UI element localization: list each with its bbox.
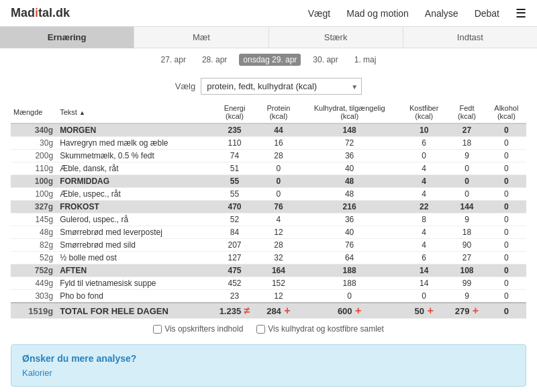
cell-kulhydrat: 216	[298, 201, 401, 213]
date-27apr[interactable]: 27. apr	[157, 54, 190, 66]
date-29apr[interactable]: onsdag 29. apr	[239, 54, 301, 66]
cell-alkohol: 0	[487, 137, 526, 150]
cell-protein: 16	[259, 137, 298, 150]
cell-protein: 4	[259, 213, 298, 226]
date-row: 27. apr 28. apr onsdag 29. apr 30. apr 1…	[0, 48, 537, 71]
cell-text: FROKOST	[57, 201, 210, 213]
cell-energi: 110	[210, 137, 258, 150]
sort-arrow-icon: ▲	[79, 109, 85, 116]
subnav-maet[interactable]: Mæt	[134, 27, 268, 48]
cell-energi: 470	[210, 201, 258, 213]
cell-kostfiber: 14	[401, 277, 447, 290]
cell-protein: 12	[259, 290, 298, 303]
cell-amount: 145g	[11, 213, 57, 226]
checkbox-kulhydrat[interactable]: Vis kulhydrat og kostfibre samlet	[256, 324, 384, 334]
cell-fedt: 9	[447, 290, 486, 303]
cell-kostfiber: 4	[401, 188, 447, 201]
nav-debat[interactable]: Debat	[475, 8, 499, 19]
checkbox-opskrifter[interactable]: Vis opskrifters indhold	[153, 324, 243, 334]
group-row: 752gAFTEN475164188141080	[11, 264, 526, 277]
cell-fedt: 0	[447, 175, 486, 188]
plus-icon: +	[352, 305, 362, 316]
cell-alkohol: 0	[487, 124, 526, 137]
cell-protein: 0	[259, 175, 298, 188]
nav-vaegt[interactable]: Vægt	[308, 8, 330, 19]
cell-energi: 55	[210, 188, 258, 201]
checkbox-row: Vis opskrifters indhold Vis kulhydrat og…	[0, 319, 537, 339]
cell-kulhydrat: 48	[298, 188, 401, 201]
cell-protein: 164	[259, 264, 298, 277]
cell-fedt: 0	[447, 188, 486, 201]
nutrient-selector[interactable]: protein, fedt, kulhydrat (kcal)	[201, 78, 362, 95]
cell-text: Fyld til vietnamesisk suppe	[57, 277, 210, 290]
checkbox-kulhydrat-label: Vis kulhydrat og kostfibre samlet	[268, 324, 384, 334]
col-header-protein: Protein (kcal)	[259, 101, 298, 124]
cell-fedt: 9	[447, 150, 486, 162]
subnav-staerk[interactable]: Stærk	[269, 27, 403, 48]
date-30apr[interactable]: 30. apr	[309, 54, 342, 66]
group-row: 100gFORMIDDAG55048400	[11, 175, 526, 188]
logo-highlight: i	[35, 6, 38, 19]
subnav-ernaering[interactable]: Ernæring	[0, 27, 134, 48]
cell-kulhydrat: 40	[298, 226, 401, 239]
cell-kulhydrat: 72	[298, 137, 401, 150]
cell-alkohol: 0	[487, 290, 526, 303]
cell-fedt: 279 +	[447, 303, 486, 319]
cell-fedt: 99	[447, 277, 486, 290]
table-row: 30gHavregryn med mælk og æble11016726180	[11, 137, 526, 150]
cell-amount: 340g	[11, 124, 57, 137]
bottom-box-link-kalorier[interactable]: Kalorier	[22, 368, 52, 378]
table-row: 100gÆble, uspec., råt55048400	[11, 188, 526, 201]
table-row: 200gSkummetmælk, 0.5 % fedt742836090	[11, 150, 526, 162]
cell-fedt: 18	[447, 226, 486, 239]
cell-alkohol: 0	[487, 150, 526, 162]
cell-amount: 30g	[11, 137, 57, 150]
nav-analyse[interactable]: Analyse	[425, 8, 458, 19]
cell-amount: 200g	[11, 150, 57, 162]
cell-text: Havregryn med mælk og æble	[57, 137, 210, 150]
cell-kostfiber: 4	[401, 226, 447, 239]
nav-mad-og-motion[interactable]: Mad og motion	[346, 8, 409, 19]
cell-fedt: 27	[447, 124, 486, 137]
cell-kostfiber: 6	[401, 252, 447, 264]
date-1maj[interactable]: 1. maj	[350, 54, 381, 66]
cell-kostfiber: 4	[401, 175, 447, 188]
cell-protein: 12	[259, 226, 298, 239]
cell-kostfiber: 6	[401, 137, 447, 150]
hamburger-icon[interactable]: ☰	[516, 6, 526, 21]
cell-fedt: 0	[447, 162, 486, 175]
table-row: 449gFyld til vietnamesisk suppe452152188…	[11, 277, 526, 290]
cell-energi: 452	[210, 277, 258, 290]
nutrition-table: Mængde Tekst ▲ Energi (kcal) Protein (kc…	[11, 101, 526, 319]
table-row: 303gPho bo fond23120090	[11, 290, 526, 303]
cell-kulhydrat: 600 +	[298, 303, 401, 319]
selector-label: Vælg	[175, 81, 195, 91]
cell-amount: 303g	[11, 290, 57, 303]
checkbox-kulhydrat-input[interactable]	[256, 325, 265, 334]
cell-energi: 207	[210, 239, 258, 252]
cell-kulhydrat: 188	[298, 277, 401, 290]
cell-amount: 752g	[11, 264, 57, 277]
cell-energi: 1.235 ≠	[210, 303, 258, 319]
cell-alkohol: 0	[487, 239, 526, 252]
cell-alkohol: 0	[487, 303, 526, 319]
table-header-row: Mængde Tekst ▲ Energi (kcal) Protein (kc…	[11, 101, 526, 124]
cell-kulhydrat: 76	[298, 239, 401, 252]
cell-protein: 76	[259, 201, 298, 213]
cell-fedt: 27	[447, 252, 486, 264]
cell-kulhydrat: 40	[298, 162, 401, 175]
cell-text: ½ bolle med ost	[57, 252, 210, 264]
cell-energi: 475	[210, 264, 258, 277]
date-28apr[interactable]: 28. apr	[198, 54, 231, 66]
checkbox-opskrifter-input[interactable]	[153, 325, 162, 334]
cell-energi: 23	[210, 290, 258, 303]
cell-protein: 0	[259, 188, 298, 201]
cell-amount: 48g	[11, 226, 57, 239]
subnav-indtast[interactable]: Indtast	[403, 27, 537, 48]
cell-kulhydrat: 64	[298, 252, 401, 264]
logo[interactable]: Madital.dk	[11, 6, 70, 20]
cell-kulhydrat: 0	[298, 290, 401, 303]
selector-row: Vælg protein, fedt, kulhydrat (kcal)	[0, 71, 537, 101]
cell-fedt: 144	[447, 201, 486, 213]
cell-kostfiber: 22	[401, 201, 447, 213]
